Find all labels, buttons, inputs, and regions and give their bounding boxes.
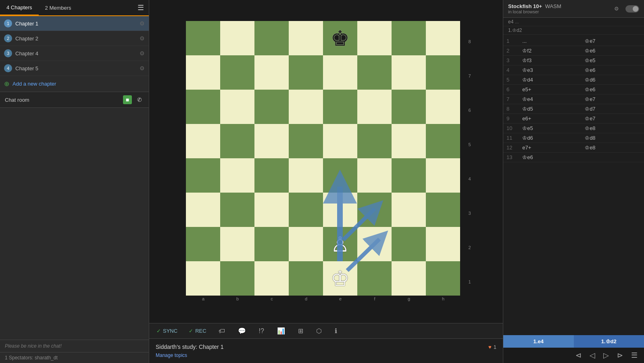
square-g2 [392, 227, 426, 261]
tag-icon[interactable]: 🏷 [215, 326, 228, 336]
white-king: ♔ [331, 268, 350, 289]
square-b7 [220, 55, 254, 90]
move-black-1[interactable]: ♔e7 [581, 36, 644, 46]
square-f7 [357, 55, 392, 90]
square-c1 [254, 261, 289, 296]
move-black-7[interactable]: ♔e7 [581, 94, 644, 104]
sync-button[interactable]: ✓ SYNC [154, 327, 180, 335]
chapter-num-4: 4 [4, 64, 12, 72]
move-black-12[interactable]: ♔e8 [581, 143, 644, 153]
chart-icon[interactable]: 📊 [274, 326, 288, 336]
annotation-icon[interactable]: !? [256, 326, 267, 336]
move-white-5[interactable]: ♔d4 [519, 75, 581, 85]
comment-icon[interactable]: 💬 [235, 326, 249, 336]
move-black-10[interactable]: ♔e8 [581, 124, 644, 133]
move-row-11: 11♔d6♔d8 [503, 133, 644, 143]
square-c4 [254, 158, 289, 193]
move-white-6[interactable]: e5+ [519, 85, 581, 94]
white-pawn: ♙ [331, 234, 350, 255]
nav-prev-button[interactable]: ◁ [586, 349, 598, 361]
add-chapter-button[interactable]: ⊕ Add a new chapter [0, 76, 149, 92]
engine-settings-icon[interactable]: ⚙ [614, 6, 619, 12]
share-icon[interactable]: ⬡ [313, 326, 325, 336]
engine-location: in local browser [508, 9, 611, 14]
grid-icon[interactable]: ⊞ [295, 326, 306, 336]
move-white-11[interactable]: ♔d6 [519, 133, 581, 143]
file-label-g: g [392, 296, 426, 301]
bottom-move-white[interactable]: 1.e4 [503, 335, 574, 348]
square-d4 [289, 158, 323, 193]
nav-menu-button[interactable]: ☰ [628, 349, 641, 361]
board-wrapper: ♚ [186, 21, 460, 296]
move-black-6[interactable]: ♔e6 [581, 85, 644, 94]
tab-chapters[interactable]: 4 Chapters [0, 0, 39, 15]
chapter-item-3[interactable]: 3 Chapter 4 ⚙ [0, 46, 149, 61]
file-label-h: h [426, 296, 460, 301]
move-black-11[interactable]: ♔d8 [581, 133, 644, 143]
black-king: ♚ [331, 28, 350, 49]
like-icon[interactable]: ♥ [488, 344, 492, 350]
chapter-item-2[interactable]: 2 Chapter 2 ⚙ [0, 31, 149, 46]
move-white-4[interactable]: ♔e3 [519, 65, 581, 75]
move-white-8[interactable]: ♔d5 [519, 104, 581, 114]
square-b2 [220, 227, 254, 261]
square-a3 [186, 193, 220, 227]
chat-phone-button[interactable]: ✆ [135, 95, 144, 104]
chapter-name-1: Chapter 1 [15, 21, 140, 27]
square-e8: ♚ [323, 21, 357, 55]
move-num-11: 11 [503, 133, 519, 143]
move-black-9[interactable]: ♔e7 [581, 114, 644, 124]
move-row-7: 7♔e4♔e7 [503, 94, 644, 104]
rank-label-8: 8 [468, 24, 471, 59]
move-black-8[interactable]: ♔d7 [581, 104, 644, 114]
chat-video-button[interactable]: ■ [123, 95, 132, 104]
move-white-3[interactable]: ♔f3 [519, 56, 581, 65]
rec-button[interactable]: ✓ REC [186, 327, 208, 335]
file-label-c: c [254, 296, 289, 301]
engine-toggle[interactable] [625, 5, 639, 13]
chess-board[interactable]: ♚ [186, 21, 460, 296]
chapter-item-1[interactable]: 1 Chapter 1 ⚙ [0, 16, 149, 31]
move-num-8: 8 [503, 104, 519, 114]
rank-label-7: 7 [468, 59, 471, 93]
chapter-gear-2[interactable]: ⚙ [140, 35, 145, 42]
move-white-1[interactable]: ... [519, 36, 581, 46]
move-num-9: 9 [503, 114, 519, 124]
chat-placeholder: Please be nice in the chat! [0, 340, 149, 352]
tab-members[interactable]: 2 Members [39, 0, 78, 15]
move-black-3[interactable]: ♔e5 [581, 56, 644, 65]
move-white-9[interactable]: e6+ [519, 114, 581, 124]
menu-icon[interactable]: ☰ [138, 3, 144, 12]
move-white-10[interactable]: ♔e5 [519, 124, 581, 133]
nav-last-button[interactable]: ⊳ [614, 349, 626, 361]
square-c5 [254, 124, 289, 158]
rank-label-3: 3 [468, 196, 471, 230]
move-num-10: 10 [503, 124, 519, 133]
chapter-gear-4[interactable]: ⚙ [140, 65, 145, 71]
move-white-7[interactable]: ♔e4 [519, 94, 581, 104]
move-black-4[interactable]: ♔e6 [581, 65, 644, 75]
move-white-13[interactable]: ♔e6 [519, 153, 581, 162]
plus-icon: ⊕ [4, 80, 9, 88]
chapter-gear-3[interactable]: ⚙ [140, 50, 145, 57]
chapter-item-4[interactable]: 4 Chapter 5 ⚙ [0, 61, 149, 76]
add-chapter-label: Add a new chapter [13, 81, 56, 87]
rank-label-2: 2 [468, 230, 471, 264]
file-label-d: d [289, 296, 323, 301]
move-black-2[interactable]: ♔e6 [581, 46, 644, 56]
square-d5 [289, 124, 323, 158]
manage-topics-link[interactable]: Manage topics [156, 353, 496, 358]
info-icon[interactable]: ℹ [331, 326, 340, 336]
move-row-2: 2♔f2♔e6 [503, 46, 644, 56]
square-a2 [186, 227, 220, 261]
move-white-12[interactable]: e7+ [519, 143, 581, 153]
square-e6 [323, 90, 357, 124]
move-row-4: 4♔e3♔e6 [503, 65, 644, 75]
bottom-move-black[interactable]: 1.♔d2 [574, 335, 644, 348]
move-white-2[interactable]: ♔f2 [519, 46, 581, 56]
chapter-gear-1[interactable]: ⚙ [140, 20, 145, 27]
nav-next-button[interactable]: ▷ [600, 349, 612, 361]
square-h3 [426, 193, 460, 227]
nav-first-button[interactable]: ⊲ [572, 349, 585, 361]
move-black-5[interactable]: ♔d6 [581, 75, 644, 85]
